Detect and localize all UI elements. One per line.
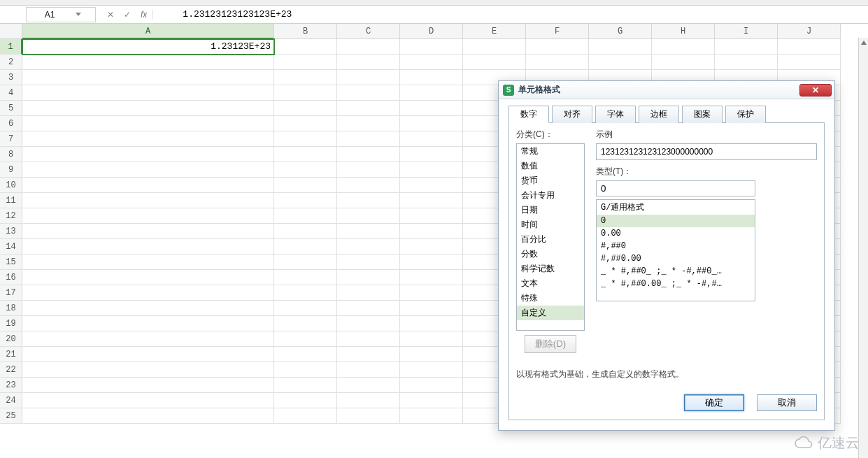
row-header-4[interactable]: 4 [0,85,22,101]
row-header-17[interactable]: 17 [0,285,22,301]
cell-B18[interactable] [274,301,337,316]
ok-button[interactable]: 确定 [684,394,744,411]
tab-字体[interactable]: 字体 [595,106,636,123]
formula-value[interactable]: 1.23123123123123E+23 [153,9,292,20]
row-header-7[interactable]: 7 [0,131,22,147]
category-item[interactable]: 分数 [517,247,584,262]
cell-B11[interactable] [274,193,337,208]
cell-B14[interactable] [274,239,337,255]
category-item[interactable]: 自定义 [517,306,584,320]
cell-D2[interactable] [400,55,463,70]
cell-J1[interactable] [778,39,841,55]
column-header-D[interactable]: D [400,24,463,39]
column-header-E[interactable]: E [463,24,526,39]
cell-H2[interactable] [652,55,715,70]
cell-D12[interactable] [400,208,463,224]
cell-C19[interactable] [337,316,400,331]
cell-D22[interactable] [400,362,463,378]
cell-C22[interactable] [337,362,400,378]
cell-A19[interactable] [22,316,274,331]
cell-A6[interactable] [22,116,274,131]
cell-D24[interactable] [400,393,463,408]
row-header-16[interactable]: 16 [0,270,22,285]
cell-D3[interactable] [400,70,463,85]
cell-D13[interactable] [400,224,463,239]
cell-A5[interactable] [22,101,274,116]
cell-G2[interactable] [589,55,652,70]
cell-H1[interactable] [652,39,715,55]
row-header-22[interactable]: 22 [0,362,22,378]
cell-G1[interactable] [589,39,652,55]
column-header-F[interactable]: F [526,24,589,39]
name-box-dropdown-icon[interactable] [76,13,81,16]
cell-B19[interactable] [274,316,337,331]
cell-B10[interactable] [274,178,337,193]
type-item[interactable]: 0 [597,215,755,227]
cell-A11[interactable] [22,193,274,208]
column-header-C[interactable]: C [337,24,400,39]
cell-D16[interactable] [400,270,463,285]
row-header-20[interactable]: 20 [0,331,22,347]
cell-F2[interactable] [526,55,589,70]
cell-B23[interactable] [274,378,337,393]
cell-B4[interactable] [274,85,337,101]
row-header-11[interactable]: 11 [0,193,22,208]
category-item[interactable]: 数值 [517,159,584,173]
cell-A16[interactable] [22,270,274,285]
row-header-21[interactable]: 21 [0,347,22,362]
cell-I2[interactable] [715,55,778,70]
cell-B1[interactable] [274,39,337,55]
cell-C13[interactable] [337,224,400,239]
cell-A4[interactable] [22,85,274,101]
cell-C1[interactable] [337,39,400,55]
cell-D10[interactable] [400,178,463,193]
cell-A12[interactable] [22,208,274,224]
category-list[interactable]: 常规数值货币会计专用日期时间百分比分数科学记数文本特殊自定义 [516,143,585,331]
cell-D15[interactable] [400,255,463,270]
cell-D17[interactable] [400,285,463,301]
row-header-8[interactable]: 8 [0,147,22,162]
category-item[interactable]: 常规 [517,144,584,159]
row-header-10[interactable]: 10 [0,178,22,193]
fx-label[interactable]: fx [138,10,153,20]
cell-C17[interactable] [337,285,400,301]
cell-C8[interactable] [337,147,400,162]
cell-B7[interactable] [274,131,337,147]
column-header-H[interactable]: H [652,24,715,39]
cell-D5[interactable] [400,101,463,116]
cell-B24[interactable] [274,393,337,408]
cell-I1[interactable] [715,39,778,55]
cell-A9[interactable] [22,162,274,178]
cell-B17[interactable] [274,285,337,301]
cell-C6[interactable] [337,116,400,131]
type-input[interactable] [596,180,755,196]
row-header-18[interactable]: 18 [0,301,22,316]
row-header-2[interactable]: 2 [0,55,22,70]
type-list[interactable]: G/通用格式00.00#,##0#,##0.00_ * #,##0_ ;_ * … [596,199,755,301]
cell-D21[interactable] [400,347,463,362]
cell-A14[interactable] [22,239,274,255]
cell-C25[interactable] [337,408,400,424]
cell-B15[interactable] [274,255,337,270]
row-header-3[interactable]: 3 [0,70,22,85]
cell-A3[interactable] [22,70,274,85]
cell-C16[interactable] [337,270,400,285]
cell-D9[interactable] [400,162,463,178]
cell-A8[interactable] [22,147,274,162]
row-header-19[interactable]: 19 [0,316,22,331]
cell-C15[interactable] [337,255,400,270]
cell-B25[interactable] [274,408,337,424]
cell-A10[interactable] [22,178,274,193]
type-item[interactable]: 0.00 [597,227,755,240]
cell-C14[interactable] [337,239,400,255]
cell-A21[interactable] [22,347,274,362]
cell-C7[interactable] [337,131,400,147]
category-item[interactable]: 日期 [517,203,584,217]
cell-D20[interactable] [400,331,463,347]
row-header-12[interactable]: 12 [0,208,22,224]
category-item[interactable]: 特殊 [517,291,584,306]
category-item[interactable]: 文本 [517,276,584,291]
category-item[interactable]: 会计专用 [517,188,584,203]
type-item[interactable]: _ * #,##0_ ;_ * -#,##0_… [597,265,755,278]
cell-B12[interactable] [274,208,337,224]
